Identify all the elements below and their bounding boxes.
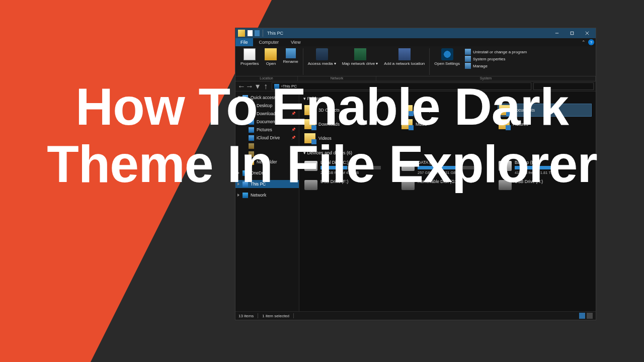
folder-icon: [304, 105, 315, 115]
drive-free-text: 412 GB free of 1.81 TB: [515, 170, 591, 175]
nav-label: Documents: [257, 119, 278, 124]
ribbon-open[interactable]: Open: [262, 47, 279, 76]
nav-label: Network: [251, 193, 266, 198]
ribbon-label: Map network drive ▾: [342, 61, 378, 66]
titlebar[interactable]: This PC: [235, 28, 596, 38]
gear-icon: [441, 48, 453, 60]
nav-onedrive[interactable]: OneDrive: [235, 169, 299, 177]
folder-pictures[interactable]: Pictures: [498, 118, 592, 131]
drive-icon: [304, 161, 317, 171]
window-title: This PC: [265, 31, 549, 36]
ribbon-group-label: Network: [298, 76, 376, 81]
ribbon-rename[interactable]: Rename: [280, 47, 300, 76]
drive-item[interactable]: DATA (D:)257 GB free of 931 GB: [400, 159, 495, 176]
ribbon-add-location[interactable]: Add a network location: [381, 47, 427, 76]
ribbon-label: Properties: [240, 61, 259, 66]
menu-file[interactable]: File: [235, 38, 253, 46]
qat-icon[interactable]: [248, 30, 253, 36]
address-text: This PC: [283, 84, 297, 88]
drive-item[interactable]: Removable Disk (G:): [400, 178, 495, 195]
nav-label: Downloads: [257, 111, 278, 116]
drive-item[interactable]: Local Disk (C:)232 GB free of 418 GB: [303, 159, 397, 176]
rename-icon: [286, 48, 296, 58]
ribbon: Properties Open Rename Access media ▾ Ma…: [235, 46, 596, 76]
network-icon: [243, 193, 248, 198]
separator: [263, 30, 263, 37]
drive-name: Local Disk (C:): [320, 160, 396, 165]
nav-item-recent[interactable]: [235, 150, 299, 158]
nav-history-button[interactable]: ▾: [254, 82, 262, 90]
folder-desktop[interactable]: Desktop: [400, 104, 495, 117]
status-selected: 1 item selected: [262, 314, 289, 318]
help-icon[interactable]: ?: [588, 39, 594, 45]
ribbon-access-media[interactable]: Access media ▾: [305, 47, 339, 76]
nav-icloud[interactable]: iCloud Drive📌: [235, 134, 299, 142]
nav-pictures[interactable]: Pictures📌: [235, 126, 299, 134]
folder-downloads[interactable]: Downloads: [303, 118, 397, 131]
ribbon-system-properties[interactable]: System properties: [465, 55, 527, 62]
usb-drive-icon: [304, 180, 317, 190]
pictures-icon: [249, 127, 254, 133]
drive-item[interactable]: USB Drive (F:): [303, 178, 397, 195]
folder-documents[interactable]: Documents: [498, 104, 592, 117]
drive-name: USB Drive (H:): [515, 179, 591, 184]
drive-name: Backup (E:): [515, 160, 591, 165]
folder-label: Music: [416, 122, 427, 127]
search-input[interactable]: [533, 82, 594, 90]
folder-icon: [249, 143, 254, 149]
menu-view[interactable]: View: [285, 38, 306, 46]
folder-label: Videos: [318, 136, 332, 141]
minimize-button[interactable]: [549, 28, 565, 38]
view-tiles-button[interactable]: [587, 313, 593, 319]
section-folders[interactable]: ▾ Folders (7): [303, 95, 592, 103]
nav-up-button[interactable]: ↑: [262, 82, 270, 90]
nav-documents[interactable]: Documents📌: [235, 118, 299, 126]
view-details-button[interactable]: [579, 313, 585, 319]
ribbon-collapse-icon[interactable]: ⌃: [580, 38, 587, 46]
usb-drive-icon: [499, 180, 512, 190]
nav-label: [257, 151, 258, 156]
maximize-button[interactable]: [565, 28, 580, 38]
nav-newfolder[interactable]: New folder: [235, 158, 299, 166]
ribbon-properties[interactable]: Properties: [238, 47, 261, 76]
folder-3d-objects[interactable]: 3D Objects: [303, 104, 397, 117]
ribbon-label: Access media ▾: [308, 61, 336, 66]
ribbon-manage[interactable]: Manage: [465, 62, 527, 69]
qat-icon-2[interactable]: [255, 30, 260, 36]
drive-item[interactable]: USB Drive (H:): [498, 178, 592, 195]
nav-forward-button[interactable]: →: [246, 82, 254, 90]
pc-icon: [243, 182, 248, 187]
nav-this-pc[interactable]: This PC: [235, 180, 299, 188]
folder-icon: [304, 119, 315, 129]
nav-quick-access[interactable]: Quick access: [235, 94, 299, 102]
content-pane: ▾ Folders (7) 3D Objects Desktop Documen…: [299, 92, 596, 311]
close-button[interactable]: [580, 28, 595, 38]
nav-network[interactable]: Network: [235, 191, 299, 199]
menu-computer[interactable]: Computer: [253, 38, 285, 46]
address-input[interactable]: › This PC: [272, 82, 531, 90]
manage-icon: [465, 63, 471, 69]
drive-name: Removable Disk (G:): [418, 179, 494, 184]
drive-item[interactable]: Backup (E:)412 GB free of 1.81 TB: [498, 159, 592, 176]
folder-videos[interactable]: Videos: [303, 132, 397, 145]
drive-icon: [499, 161, 512, 171]
ribbon-uninstall[interactable]: Uninstall or change a program: [465, 48, 527, 55]
drive-free-text: 232 GB free of 418 GB: [320, 170, 396, 175]
ribbon-system-group: Uninstall or change a program System pro…: [463, 47, 527, 76]
ribbon-open-settings[interactable]: Open Settings: [432, 47, 462, 76]
svg-rect-1: [571, 32, 574, 35]
drive-capacity-bar: [515, 166, 575, 169]
folder-icon: [249, 159, 254, 165]
nav-item-recent[interactable]: [235, 142, 299, 150]
nav-back-button[interactable]: ←: [237, 82, 246, 90]
section-drives[interactable]: ▾ Devices and drives (6): [303, 149, 592, 157]
pc-icon: [274, 84, 279, 89]
ribbon-label: Rename: [283, 59, 298, 64]
nav-desktop[interactable]: Desktop📌: [235, 102, 299, 110]
explorer-icon: [238, 30, 245, 37]
section-label: Devices and drives (6): [307, 150, 353, 155]
nav-downloads[interactable]: Downloads📌: [235, 110, 299, 118]
ribbon-map-drive[interactable]: Map network drive ▾: [340, 47, 381, 76]
folder-music[interactable]: Music: [400, 118, 495, 131]
map-drive-icon: [354, 48, 366, 60]
